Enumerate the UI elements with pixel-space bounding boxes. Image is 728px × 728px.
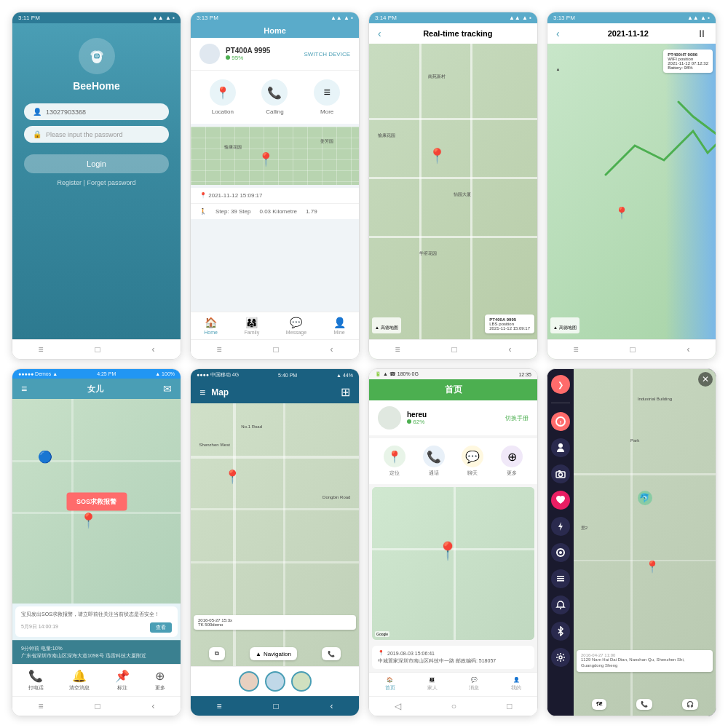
avatar-2[interactable] <box>265 671 285 692</box>
avatar-1[interactable] <box>239 671 259 692</box>
forget-link[interactable]: Forget password <box>87 179 135 186</box>
nav-menu-5[interactable]: ≡ <box>32 700 49 713</box>
action-calling[interactable]: 📞 Calling <box>261 79 288 115</box>
nav-back-5[interactable]: ‹ <box>146 700 161 713</box>
panel-arrow-icon[interactable]: ❯ <box>551 375 570 394</box>
nav-home-3[interactable]: □ <box>446 343 462 356</box>
nav-back-4[interactable]: ‹ <box>681 343 696 356</box>
copy-btn[interactable]: ⧉ <box>209 647 225 660</box>
panel-audio-btn[interactable]: 🎧 <box>682 699 698 710</box>
time-5: 4:25 PM <box>97 371 116 376</box>
panel-person-icon[interactable] <box>551 438 570 457</box>
nav-back-3[interactable]: ‹ <box>503 343 518 356</box>
nav-home[interactable]: 🏠 Home <box>204 317 218 335</box>
panel-bluetooth-icon[interactable] <box>551 622 570 641</box>
panel-bell-icon[interactable] <box>551 596 570 614</box>
home2-icon-4: ⊕ <box>501 446 523 467</box>
nav-family[interactable]: 👨‍👩‍👧 Family <box>245 317 260 335</box>
home2-action-2[interactable]: 📞 通话 <box>423 446 445 477</box>
nav-home-6[interactable]: □ <box>267 700 284 713</box>
password-field[interactable]: 🔒 Please input the password <box>24 126 169 143</box>
nav-back-7[interactable]: ◁ <box>389 700 407 713</box>
home2-nav-home[interactable]: 🏠 首页 <box>385 677 395 692</box>
sos-call-action[interactable]: 📞 打电话 <box>28 669 44 692</box>
panel-map-area: ✕ Industrial Building Park 里2 📍 🐬 2016-0… <box>574 369 716 716</box>
action-more[interactable]: ≡ More <box>314 79 340 115</box>
family-nav-icon: 👨‍👩‍👧 <box>245 317 258 328</box>
grid-icon-6[interactable]: ⊞ <box>341 385 350 399</box>
nav-home-7[interactable]: ○ <box>446 700 462 713</box>
nav-menu-2[interactable]: ≡ <box>210 343 227 356</box>
nav-menu-4[interactable]: ≡ <box>567 343 584 356</box>
phone-home2: 🔋 ▲ ☎ 180% 0G 12:35 首页 hereu 62% 切换手册 📍 <box>368 368 538 716</box>
sos-clear-action[interactable]: 🔔 清空消息 <box>69 669 90 692</box>
battery-pct: 95% <box>232 55 243 61</box>
map-logo-3: ▲ 高德地图 <box>372 317 401 333</box>
nav-back-2[interactable]: ‹ <box>325 343 339 356</box>
nav-home-4[interactable]: □ <box>624 343 641 356</box>
svg-rect-18 <box>557 580 564 582</box>
time-7: 12:35 <box>518 372 531 377</box>
home2-action-1[interactable]: 📍 定位 <box>384 446 405 477</box>
track-label-2: 愉康花园 <box>378 132 395 139</box>
track-label-3: 怡园大厦 <box>454 191 471 198</box>
panel-sos-icon[interactable]: ! <box>551 412 570 431</box>
menu-icon-6[interactable]: ≡ <box>199 387 205 398</box>
sos-more-action[interactable]: ⊕ 更多 <box>155 669 165 692</box>
nav-back-6[interactable]: ‹ <box>325 700 339 713</box>
nav-back-1[interactable]: ‹ <box>146 343 161 356</box>
panel-lightning-icon[interactable] <box>551 517 570 536</box>
svg-point-11 <box>559 473 563 477</box>
back-button-3[interactable]: ‹ <box>378 28 381 39</box>
home2-action-4[interactable]: ⊕ 更多 <box>501 446 523 477</box>
home2-switch[interactable]: 切换手册 <box>505 414 529 422</box>
sos-date: 5月9日 14:00:19 <box>21 623 58 630</box>
panel-label-park: Park <box>630 438 639 443</box>
action-location[interactable]: 📍 Location <box>210 79 236 115</box>
lock-icon: 🔒 <box>33 130 41 138</box>
panel-settings-icon[interactable] <box>551 648 570 667</box>
home2-nav-family[interactable]: 👨‍👩‍👧 家人 <box>427 677 438 692</box>
home2-action-3[interactable]: 💬 聊天 <box>462 446 483 477</box>
register-link[interactable]: Register <box>58 179 82 186</box>
sos-map: SOS求救报警 📍 🔵 <box>12 399 181 604</box>
sos-view-button[interactable]: 查看 <box>150 622 172 633</box>
avatar-3[interactable] <box>291 671 312 692</box>
nav-icon-btn: ▲ <box>256 651 261 657</box>
nav-home-5[interactable]: □ <box>89 700 106 713</box>
nav-menu-1[interactable]: ≡ <box>32 343 49 356</box>
pause-icon[interactable]: ⏸ <box>697 28 707 39</box>
navigation-btn[interactable]: ▲ Navigation <box>250 647 297 660</box>
map-body: No.1 Road Shenzhen West Dongbin Road 📍 2… <box>191 403 359 666</box>
menu-icon-5[interactable]: ≡ <box>21 383 27 395</box>
tracking-map: 南苑新村 愉康花园 怡园大厦 学府花园 📍 PT400A 9995 LBS po… <box>369 44 537 339</box>
nav-mine[interactable]: 👤 Mine <box>333 317 346 335</box>
back-button-4[interactable]: ‹ <box>556 28 560 39</box>
sos-message-box: 宝贝发出SOS求救报警，请立即前往关注当前状态是否安全！ 5月9日 14:00:… <box>15 606 178 637</box>
panel-heart-icon[interactable] <box>551 491 570 510</box>
username-field[interactable]: 👤 13027903368 <box>24 103 169 120</box>
panel-call-btn[interactable]: 📞 <box>636 699 652 710</box>
switch-device-button[interactable]: SWITCH DEVICE <box>304 51 350 58</box>
nav-message[interactable]: 💬 Message <box>286 317 306 335</box>
nav-menu-3[interactable]: ≡ <box>389 343 405 356</box>
panel-camera-icon[interactable] <box>551 464 570 483</box>
route-svg <box>547 44 716 339</box>
nav-home-2[interactable]: □ <box>267 343 284 356</box>
password-placeholder: Please input the password <box>46 131 123 138</box>
nav-menu-6[interactable]: ≡ <box>210 700 227 713</box>
hist-info-card: PT400HT 9086 WIFI position 2021-11-12 07… <box>663 50 713 73</box>
panel-list-icon[interactable] <box>551 569 570 588</box>
home2-nav-mine[interactable]: 👤 我的 <box>511 677 521 692</box>
close-button-panel[interactable]: ✕ <box>698 372 713 387</box>
nav-home-1[interactable]: □ <box>89 343 106 356</box>
sos-mark-action[interactable]: 📌 标注 <box>115 669 130 692</box>
nav-square-7[interactable]: □ <box>501 700 518 713</box>
phone-btn[interactable]: 📞 <box>322 647 341 660</box>
mail-icon-5[interactable]: ✉ <box>163 383 172 395</box>
panel-circle-icon[interactable] <box>551 543 570 562</box>
panel-map-btn[interactable]: 🗺 <box>592 699 606 710</box>
home2-nav-msg[interactable]: 💬 消息 <box>469 677 479 692</box>
login-button[interactable]: Login <box>24 154 169 173</box>
home2-road-v <box>454 487 456 640</box>
